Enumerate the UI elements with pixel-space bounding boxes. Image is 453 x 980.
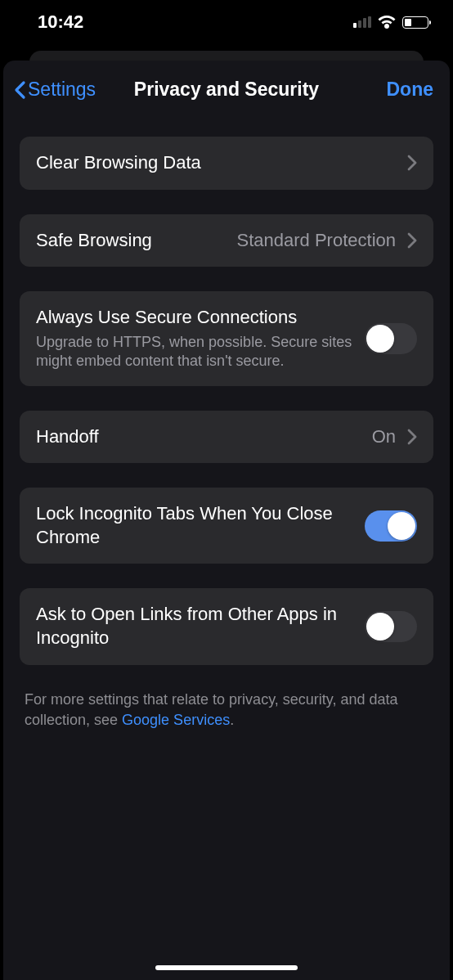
chevron-right-icon <box>407 429 417 445</box>
status-right <box>353 16 428 29</box>
lock-incognito-row: Lock Incognito Tabs When You Close Chrom… <box>20 488 433 564</box>
settings-content: Clear Browsing Data Safe Browsing Standa… <box>3 117 450 731</box>
navigation-bar: Settings Privacy and Security Done <box>3 61 450 117</box>
row-value: On <box>372 426 396 447</box>
home-indicator[interactable] <box>155 965 298 970</box>
row-value: Standard Protection <box>237 230 396 251</box>
done-button[interactable]: Done <box>387 79 434 101</box>
status-time: 10:42 <box>38 11 83 33</box>
row-title: Lock Incognito Tabs When You Close Chrom… <box>36 502 353 549</box>
status-bar: 10:42 <box>0 0 453 44</box>
chevron-right-icon <box>407 155 417 171</box>
ask-incognito-toggle[interactable] <box>365 611 417 642</box>
cellular-signal-icon <box>353 16 371 28</box>
wifi-icon <box>378 16 396 29</box>
row-title: Handoff <box>36 425 361 449</box>
row-title: Clear Browsing Data <box>36 151 396 175</box>
row-subtitle: Upgrade to HTTPS, when possible. Secure … <box>36 333 353 371</box>
google-services-link[interactable]: Google Services <box>122 712 230 728</box>
settings-sheet: Settings Privacy and Security Done Clear… <box>3 61 450 980</box>
back-button[interactable]: Settings <box>13 79 96 101</box>
chevron-left-icon <box>13 80 26 100</box>
footer-suffix: . <box>230 712 234 728</box>
handoff-row[interactable]: Handoff On <box>20 411 433 464</box>
ask-incognito-row: Ask to Open Links from Other Apps in Inc… <box>20 588 433 664</box>
battery-icon <box>402 16 428 29</box>
back-label: Settings <box>28 79 96 101</box>
row-title: Ask to Open Links from Other Apps in Inc… <box>36 603 353 650</box>
chevron-right-icon <box>407 232 417 249</box>
secure-connections-row: Always Use Secure Connections Upgrade to… <box>20 291 433 385</box>
row-title: Always Use Secure Connections <box>36 306 353 330</box>
row-title: Safe Browsing <box>36 229 226 253</box>
lock-incognito-toggle[interactable] <box>365 510 417 542</box>
clear-browsing-data-row[interactable]: Clear Browsing Data <box>20 137 433 190</box>
safe-browsing-row[interactable]: Safe Browsing Standard Protection <box>20 214 433 267</box>
footer-text: For more settings that relate to privacy… <box>20 690 433 731</box>
secure-connections-toggle[interactable] <box>365 323 417 354</box>
